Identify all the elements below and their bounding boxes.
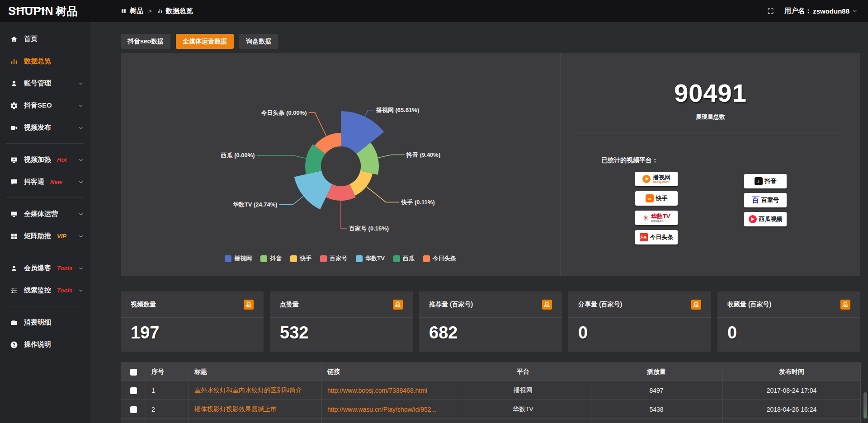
- legend-item-boosj[interactable]: 播视网: [225, 254, 252, 263]
- stat-card-header: 视频数量总: [121, 291, 264, 318]
- platform-subtext: wasu.cn: [651, 219, 670, 222]
- total-impressions-label: 展现量总数: [561, 113, 860, 121]
- legend-item-toutiao[interactable]: 今日头条: [423, 254, 456, 263]
- table-column-header: 平台: [456, 363, 590, 381]
- chevron-down-icon: [78, 157, 84, 163]
- row-title[interactable]: 室外水纹灯和室内水纹灯的区别和简介: [189, 381, 322, 400]
- member-icon: [10, 264, 18, 273]
- rose-pie-chart[interactable]: 播视网 (65.61%)抖音 (9.40%)快手 (0.11%)百家号 (0.1…: [121, 53, 561, 276]
- pie-label-line-baijiahao: [341, 201, 347, 228]
- stat-card-value: 682: [419, 318, 562, 341]
- select-all-checkbox[interactable]: [130, 369, 137, 376]
- fullscreen-button[interactable]: [767, 7, 774, 15]
- user-menu[interactable]: 用户名： zswodun88: [784, 7, 858, 15]
- row-checkbox-cell: [121, 419, 146, 423]
- pie-label-boosj: 播视网 (65.61%): [376, 107, 419, 113]
- pie-label-kuaishou: 快手 (0.11%): [401, 199, 434, 206]
- table-row: 1室外水纹灯和室内水纹灯的区别和简介http://www.boosj.com/7…: [121, 381, 861, 400]
- sidebar-item-consumption-detail[interactable]: 消费明细: [0, 311, 90, 334]
- total-impressions-value: 90491: [561, 80, 860, 106]
- pie-slice-boosj[interactable]: [341, 111, 384, 154]
- monitor-icon: [10, 210, 18, 218]
- question-icon: [10, 341, 18, 349]
- stat-card-share-count: 分享量 (百家号)总0: [568, 291, 711, 352]
- sidebar-item-clue-monitor[interactable]: 线索监控Tools: [0, 279, 90, 301]
- sidebar-item-matrix-boost[interactable]: 矩阵助推VIP: [0, 225, 90, 247]
- grid-icon: [121, 8, 127, 14]
- sidebar-item-douyin-seo[interactable]: 抖音SEO: [0, 94, 90, 117]
- sidebar-item-label: 视频加热: [24, 155, 51, 164]
- chevron-down-icon: [78, 80, 84, 87]
- sidebar-item-tag: New: [50, 179, 62, 185]
- stat-card-favorite-count: 收藏量 (百家号)总0: [717, 291, 860, 352]
- row-checkbox[interactable]: [130, 406, 137, 413]
- platform-name-wrap: 今日头条: [650, 234, 674, 240]
- platform-badge-boosj: 播视网boosj.com: [635, 172, 678, 186]
- stat-card-label: 点赞量: [280, 301, 299, 309]
- platform-name-wrap: 快手: [656, 195, 668, 202]
- sidebar-item-operation-guide[interactable]: 操作说明: [0, 334, 90, 356]
- legend-item-xigua[interactable]: 西瓜: [393, 254, 415, 263]
- platform-badges-left: 播视网boosj.com∞快手✳华数TVwasu.cn头条今日头条: [635, 172, 678, 244]
- summary-section: 90491 展现量总数 已统计的视频平台： 播视网boosj.com∞快手✳华数…: [561, 53, 860, 276]
- sidebar-menu: 首页数据总览账号管理抖音SEO视频发布视频加热Hot抖客通New全媒体运营矩阵助…: [0, 22, 90, 356]
- row-index: 2: [146, 400, 189, 419]
- pie-slice-wasu[interactable]: [294, 171, 332, 210]
- stat-card-header: 分享量 (百家号)总: [568, 291, 711, 318]
- sidebar-item-label: 抖客通: [24, 178, 44, 186]
- row-publish-time: [723, 419, 861, 423]
- sidebar-item-tag: Tools: [57, 287, 72, 294]
- legend-swatch: [225, 255, 231, 262]
- stat-card-label: 收藏量 (百家号): [727, 301, 771, 309]
- legend-item-douyin[interactable]: 抖音: [260, 254, 282, 263]
- legend-item-kuaishou[interactable]: 快手: [290, 254, 311, 263]
- legend-item-baijiahao[interactable]: 百家号: [320, 254, 347, 263]
- breadcrumb-item-home[interactable]: 树品: [130, 7, 143, 15]
- sidebar-item-douketong[interactable]: 抖客通New: [0, 171, 90, 193]
- stat-card-label: 视频数量: [131, 301, 156, 309]
- row-link[interactable]: http://www.boosj.com/7338468.html: [322, 381, 456, 400]
- sidebar-item-home[interactable]: 首页: [0, 28, 90, 50]
- tab-douyin-seo-data[interactable]: 抖音seo数据: [121, 34, 170, 49]
- row-title[interactable]: 楼体投影灯投影效果震撼上市: [189, 400, 322, 419]
- row-checkbox[interactable]: [130, 387, 137, 394]
- table-column-header: 标题: [189, 363, 322, 381]
- platform-logo-kuaishou-icon: ∞: [646, 194, 654, 202]
- table-row: 2楼体投影灯投影效果震撼上市http://www.wasu.cn/Play/sh…: [121, 400, 861, 419]
- table-header-row: 序号标题链接平台播放量发布时间: [121, 363, 861, 381]
- sidebar-item-media-operation[interactable]: 全媒体运营: [0, 203, 90, 225]
- tab-media-operation-data[interactable]: 全媒体运营数据: [176, 34, 234, 49]
- row-link[interactable]: http://www.wasu.cn/Play/show/id/952...: [322, 400, 456, 419]
- platform-logo-wasu-icon: ✳: [642, 214, 648, 222]
- row-checkbox-cell: [121, 381, 146, 400]
- table-column-header: 发布时间: [723, 363, 861, 381]
- platform-name: 快手: [656, 195, 668, 202]
- legend-item-wasu[interactable]: 华数TV: [356, 254, 385, 263]
- data-table-wrap: 序号标题链接平台播放量发布时间 1室外水纹灯和室内水纹灯的区别和简介http:/…: [121, 362, 860, 423]
- platform-name-wrap: 抖音: [765, 178, 777, 184]
- app-logo: SHUPIN 树品: [0, 5, 90, 17]
- pie-label-line-toutiao: [309, 113, 326, 136]
- pie-label-line-xigua: [257, 155, 306, 159]
- sidebar-item-member-burst[interactable]: 会员爆客Tools: [0, 257, 90, 279]
- row-platform: 华数TV: [456, 400, 590, 419]
- stat-card-value: 0: [568, 318, 711, 341]
- sidebar-item-tag: Hot: [57, 156, 67, 163]
- platform-name-wrap: 西瓜视频: [759, 216, 783, 222]
- chart-legend: 播视网抖音快手百家号华数TV西瓜今日头条: [121, 254, 560, 263]
- legend-swatch: [320, 255, 327, 262]
- sidebar-item-video-heating[interactable]: 视频加热Hot: [0, 149, 90, 171]
- pie-label-line-wasu: [279, 196, 303, 205]
- scrollbar-thumb[interactable]: [863, 392, 867, 418]
- sidebar-item-account-management[interactable]: 账号管理: [0, 72, 90, 94]
- platform-name: 今日头条: [650, 234, 674, 240]
- sidebar-item-data-overview[interactable]: 数据总览: [0, 50, 90, 72]
- sidebar-item-video-publish[interactable]: 视频发布: [0, 117, 90, 139]
- platform-badge-xigua: 西瓜视频: [744, 212, 787, 226]
- pie-label-line-douyin: [378, 155, 405, 158]
- stat-cards: 视频数量总197点赞量总532推荐量 (百家号)总682分享量 (百家号)总0收…: [121, 291, 860, 352]
- tab-inquiry-data[interactable]: 询盘数据: [239, 34, 278, 49]
- sidebar-item-label: 全媒体运营: [24, 210, 58, 218]
- platform-logo-xigua-icon: [749, 215, 757, 223]
- chevron-down-icon: [852, 8, 858, 14]
